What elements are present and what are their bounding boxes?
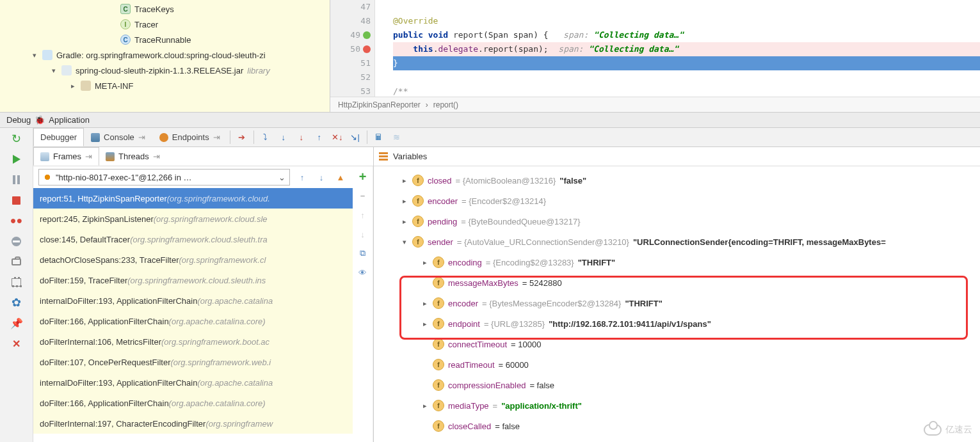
line-number[interactable]: 47	[330, 0, 371, 14]
variable-row[interactable]: ▸fcompressionEnabled = false	[374, 375, 980, 395]
variable-row[interactable]: ▸fencoding = {Encoding$2@13283} "THRIFT"	[374, 252, 980, 272]
expand-toggle[interactable]: ▾	[31, 51, 38, 59]
stack-frame[interactable]: doFilter:107, OncePerRequestFilter (org.…	[33, 352, 353, 372]
settings-button[interactable]: ✿	[9, 297, 24, 308]
stack-frame[interactable]: internalDoFilter:193, ApplicationFilterC…	[33, 372, 353, 393]
drop-frame-button[interactable]: ✕↓	[328, 128, 346, 146]
line-number[interactable]: 50	[330, 42, 371, 56]
tab-debugger[interactable]: Debugger	[33, 128, 84, 146]
expand-toggle[interactable]: ▸	[401, 217, 408, 226]
view-breakpoints-button[interactable]: ●●	[9, 215, 24, 226]
variable-row[interactable]: ▸fencoder = {BytesMessageEncoder$2@13284…	[374, 293, 980, 313]
code-line[interactable]	[393, 0, 980, 14]
variable-row[interactable]: ▸fencoder = {Encoder$2@13214}	[374, 191, 980, 211]
expand-toggle[interactable]: ▾	[50, 67, 58, 75]
variable-row[interactable]: ▸fendpoint = {URL@13285} "http://192.168…	[374, 313, 980, 334]
pin-button[interactable]: 📌	[9, 317, 24, 329]
pause-button[interactable]	[9, 174, 24, 185]
variables-tree[interactable]: ▸fclosed = {AtomicBoolean@13216} "false"…	[374, 166, 980, 442]
up-button[interactable]: ↑	[357, 209, 369, 221]
stack-frame[interactable]: doFilter:166, ApplicationFilterChain (or…	[33, 311, 353, 331]
prev-frame-button[interactable]: ↑	[295, 170, 309, 184]
variable-row[interactable]: ▸fclosed = {AtomicBoolean@13216} "false"	[374, 170, 980, 191]
step-into-button[interactable]: ↓	[275, 128, 293, 146]
trace-button[interactable]: ≋	[388, 128, 406, 146]
line-number[interactable]: 49	[330, 28, 371, 42]
breakpoint-icon[interactable]	[363, 45, 371, 53]
debug-toolwindow-bar[interactable]: Debug 🐞 Application	[0, 112, 980, 128]
next-frame-button[interactable]: ↓	[314, 170, 328, 184]
run-gutter-icon[interactable]	[363, 31, 371, 39]
expand-toggle[interactable]: ▸	[69, 82, 77, 90]
expand-toggle[interactable]: ▸	[401, 177, 408, 185]
tree-item[interactable]: ▸META-INF	[0, 78, 330, 93]
stack-frame[interactable]: report:51, HttpZipkinSpanReporter (org.s…	[33, 188, 353, 209]
expand-toggle[interactable]: ▸	[401, 197, 408, 205]
expand-toggle[interactable]: ▸	[421, 402, 429, 410]
stack-frame[interactable]: doFilter:166, ApplicationFilterChain (or…	[33, 393, 353, 413]
thread-selector[interactable]: "http-nio-8017-exec-1"@12,266 in … ⌄	[38, 169, 290, 185]
get-thread-dump-button[interactable]	[9, 256, 24, 267]
mute-breakpoints-button[interactable]	[9, 235, 24, 247]
code-line[interactable]: }	[393, 56, 980, 70]
tree-item[interactable]: ▸CTraceRunnable	[0, 32, 330, 47]
tree-item[interactable]: ▾spring-cloud-sleuth-zipkin-1.1.3.RELEAS…	[0, 63, 330, 78]
new-watch-button[interactable]: +	[357, 170, 369, 183]
resume-button[interactable]	[9, 154, 24, 165]
stack-frame[interactable]: doFilter:159, TraceFilter (org.springfra…	[33, 270, 353, 290]
breadcrumb[interactable]: HttpZipkinSpanReporter › report()	[330, 97, 980, 112]
tree-item[interactable]: ▸ITracer	[0, 17, 330, 32]
stack-frame[interactable]: internalDoFilter:193, ApplicationFilterC…	[33, 290, 353, 311]
variable-row[interactable]: ▸fcloseCalled = false	[374, 416, 980, 436]
expand-toggle[interactable]: ▾	[401, 238, 408, 246]
breadcrumb-item[interactable]: report()	[433, 100, 458, 109]
breadcrumb-item[interactable]: HttpZipkinSpanReporter	[338, 100, 421, 109]
stack-frame[interactable]: close:145, DefaultTracer (org.springfram…	[33, 229, 353, 249]
variable-row[interactable]: ▸freadTimeout = 60000	[374, 354, 980, 375]
code-line[interactable]: this.delegate.report(span); span: "Colle…	[393, 42, 980, 56]
force-step-into-button[interactable]: ↓	[293, 128, 310, 146]
tab-endpoints[interactable]: Endpoints⇥	[152, 128, 227, 146]
tab-console[interactable]: Console⇥	[84, 128, 152, 146]
line-number[interactable]: 52	[330, 70, 371, 84]
variable-row[interactable]: ▸fmediaType = "application/x-thrift"	[374, 395, 980, 416]
code-line[interactable]: @Override	[393, 14, 980, 28]
stack-frame[interactable]: detachOrCloseSpans:233, TraceFilter (org…	[33, 249, 353, 270]
show-exec-point-button[interactable]: ➔	[233, 128, 251, 146]
rerun-button[interactable]: ↻	[9, 133, 24, 145]
project-tree[interactable]: ▸CTraceKeys▸ITracer▸CTraceRunnable▾Gradl…	[0, 0, 330, 112]
frames-tab[interactable]: Frames⇥	[33, 147, 99, 166]
remove-watch-button[interactable]: −	[357, 189, 369, 202]
line-number[interactable]: 48	[330, 14, 371, 28]
field-icon: f	[412, 175, 424, 186]
expand-toggle[interactable]: ▸	[421, 258, 429, 267]
evaluate-button[interactable]: 🖩	[370, 128, 388, 146]
filter-frames-button[interactable]: ▲	[333, 170, 348, 184]
down-button[interactable]: ↓	[357, 228, 369, 241]
step-over-button[interactable]: ⤵	[257, 128, 275, 146]
expand-toggle[interactable]: ▸	[421, 320, 429, 328]
tree-item[interactable]: ▾Gradle: org.springframework.cloud:sprin…	[0, 47, 330, 63]
code-line[interactable]: public void report(Span span) { span: "C…	[393, 28, 980, 42]
variable-row[interactable]: ▸fconnectTimeout = 10000	[374, 334, 980, 354]
stack-frame[interactable]: report:245, ZipkinSpanListener (org.spri…	[33, 209, 353, 229]
step-out-button[interactable]: ↑	[310, 128, 328, 146]
show-watches-button[interactable]: 👁	[357, 266, 369, 279]
expand-toggle[interactable]: ▸	[421, 299, 429, 308]
stop-button[interactable]	[9, 194, 24, 206]
stack-frame[interactable]: doFilterInternal:197, CharacterEncodingF…	[33, 413, 353, 434]
variable-row[interactable]: ▸fpending = {ByteBoundedQueue@13217}	[374, 211, 980, 232]
stack-frame[interactable]: doFilterInternal:106, MetricsFilter (org…	[33, 331, 353, 352]
line-number[interactable]: 51	[330, 56, 371, 70]
variable-row[interactable]: ▾fsender = {AutoValue_URLConnectionSende…	[374, 232, 980, 252]
copy-button[interactable]: ⧉	[357, 247, 369, 260]
call-stack[interactable]: report:51, HttpZipkinSpanReporter (org.s…	[33, 188, 353, 442]
tree-item[interactable]: ▸CTraceKeys	[0, 1, 330, 17]
code-line[interactable]	[393, 70, 980, 84]
close-button[interactable]: ✕	[9, 338, 24, 349]
code-editor[interactable]: 47484950515253 @Overridepublic void repo…	[330, 0, 980, 112]
threads-tab[interactable]: Threads⇥	[99, 147, 166, 166]
variable-row[interactable]: ▸fmessageMaxBytes = 5242880	[374, 272, 980, 293]
layout-button[interactable]	[9, 276, 24, 288]
run-to-cursor-button[interactable]: ↘|	[346, 128, 364, 146]
